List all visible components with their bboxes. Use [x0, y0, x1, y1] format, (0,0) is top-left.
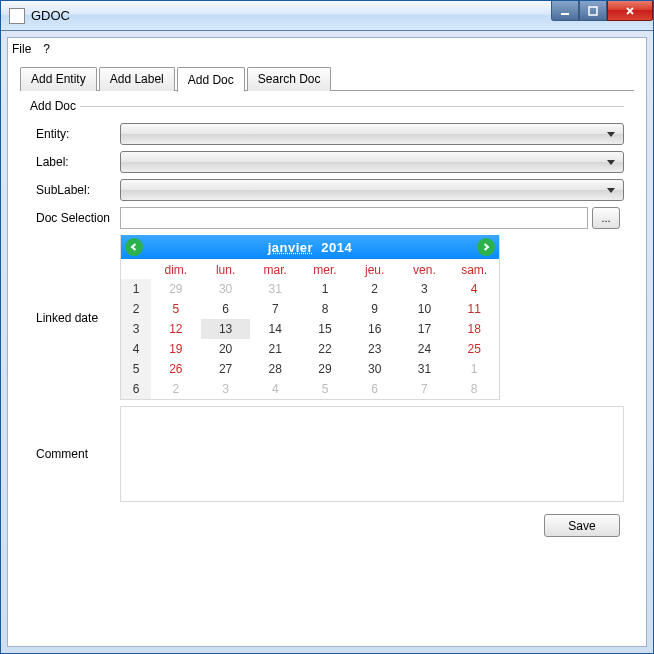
calendar-month: janvier — [268, 240, 313, 255]
calendar-title[interactable]: janvier 2014 — [268, 240, 353, 255]
comment-textarea[interactable] — [120, 406, 624, 502]
day-cell[interactable]: 3 — [400, 279, 450, 299]
dayname-6: sam. — [449, 259, 499, 279]
day-cell[interactable]: 13 — [201, 319, 251, 339]
menubar: File ? — [8, 38, 646, 60]
day-cell[interactable]: 21 — [250, 339, 300, 359]
menu-help[interactable]: ? — [43, 42, 50, 56]
day-cell[interactable]: 2 — [350, 279, 400, 299]
weeknum: 3 — [121, 319, 151, 339]
day-cell[interactable]: 31 — [250, 279, 300, 299]
svg-rect-0 — [561, 13, 569, 15]
label-combo[interactable] — [120, 151, 624, 173]
weeknum: 2 — [121, 299, 151, 319]
minimize-button[interactable] — [551, 1, 579, 21]
day-cell[interactable]: 26 — [151, 359, 201, 379]
calendar-container: janvier 2014 dim.lun.mar.mer.jeu.ven.sam… — [120, 235, 624, 400]
day-cell[interactable]: 31 — [400, 359, 450, 379]
legend-line — [80, 106, 624, 107]
day-cell[interactable]: 10 — [400, 299, 450, 319]
content-area: File ? Add EntityAdd LabelAdd DocSearch … — [7, 37, 647, 647]
day-cell[interactable]: 7 — [250, 299, 300, 319]
weeknum: 4 — [121, 339, 151, 359]
calendar: janvier 2014 dim.lun.mar.mer.jeu.ven.sam… — [120, 235, 500, 400]
label-comment: Comment — [30, 447, 120, 461]
label-entity: Entity: — [30, 127, 120, 141]
day-cell[interactable]: 25 — [449, 339, 499, 359]
calendar-next-button[interactable] — [477, 238, 495, 256]
day-cell[interactable]: 29 — [151, 279, 201, 299]
label-label: Label: — [30, 155, 120, 169]
day-cell[interactable]: 29 — [300, 359, 350, 379]
svg-rect-1 — [589, 7, 597, 15]
day-cell[interactable]: 3 — [201, 379, 251, 399]
day-cell[interactable]: 16 — [350, 319, 400, 339]
tab-add-entity[interactable]: Add Entity — [20, 67, 97, 91]
window-controls — [551, 1, 653, 21]
tab-area: Add EntityAdd LabelAdd DocSearch Doc Add… — [8, 60, 646, 646]
day-cell[interactable]: 4 — [250, 379, 300, 399]
day-cell[interactable]: 30 — [201, 279, 251, 299]
browse-button[interactable]: ... — [592, 207, 620, 229]
day-cell[interactable]: 6 — [350, 379, 400, 399]
day-cell[interactable]: 2 — [151, 379, 201, 399]
sublabel-combo[interactable] — [120, 179, 624, 201]
day-cell[interactable]: 8 — [300, 299, 350, 319]
day-cell[interactable]: 15 — [300, 319, 350, 339]
day-cell[interactable]: 7 — [400, 379, 450, 399]
tab-search-doc[interactable]: Search Doc — [247, 67, 332, 91]
maximize-button[interactable] — [579, 1, 607, 21]
day-cell[interactable]: 28 — [250, 359, 300, 379]
day-cell[interactable]: 8 — [449, 379, 499, 399]
dayname-1: lun. — [201, 259, 251, 279]
fieldset-legend: Add Doc — [30, 99, 624, 113]
weeknum: 6 — [121, 379, 151, 399]
day-cell[interactable]: 5 — [300, 379, 350, 399]
day-cell[interactable]: 20 — [201, 339, 251, 359]
day-cell[interactable]: 22 — [300, 339, 350, 359]
dayname-0: dim. — [151, 259, 201, 279]
doc-selection-input[interactable] — [120, 207, 588, 229]
day-cell[interactable]: 19 — [151, 339, 201, 359]
day-cell[interactable]: 11 — [449, 299, 499, 319]
app-icon — [9, 8, 25, 24]
day-cell[interactable]: 12 — [151, 319, 201, 339]
day-cell[interactable]: 5 — [151, 299, 201, 319]
titlebar[interactable]: GDOC — [1, 1, 653, 31]
label-linked: Linked date — [30, 311, 120, 325]
day-cell[interactable]: 18 — [449, 319, 499, 339]
dayname-4: jeu. — [350, 259, 400, 279]
day-cell[interactable]: 9 — [350, 299, 400, 319]
menu-file[interactable]: File — [12, 42, 31, 56]
day-cell[interactable]: 23 — [350, 339, 400, 359]
label-sublabel: SubLabel: — [30, 183, 120, 197]
tab-add-label[interactable]: Add Label — [99, 67, 175, 91]
window-title: GDOC — [31, 8, 70, 23]
entity-combo[interactable] — [120, 123, 624, 145]
day-cell[interactable]: 17 — [400, 319, 450, 339]
form-grid: Entity: Label: SubLabel: Doc Selection .… — [30, 123, 624, 502]
calendar-grid: dim.lun.mar.mer.jeu.ven.sam.129303112342… — [121, 259, 499, 399]
legend-text: Add Doc — [30, 99, 76, 113]
day-cell[interactable]: 4 — [449, 279, 499, 299]
day-cell[interactable]: 1 — [449, 359, 499, 379]
weeknum: 1 — [121, 279, 151, 299]
day-cell[interactable]: 14 — [250, 319, 300, 339]
day-cell[interactable]: 27 — [201, 359, 251, 379]
cal-corner — [121, 259, 151, 279]
save-row: Save — [30, 514, 624, 537]
tab-add-doc[interactable]: Add Doc — [177, 67, 245, 92]
dayname-3: mer. — [300, 259, 350, 279]
dayname-5: ven. — [400, 259, 450, 279]
label-docsel: Doc Selection — [30, 211, 120, 225]
tab-panel-add-doc: Add Doc Entity: Label: SubLabel: Doc Sel… — [20, 90, 634, 632]
dayname-2: mar. — [250, 259, 300, 279]
day-cell[interactable]: 6 — [201, 299, 251, 319]
day-cell[interactable]: 1 — [300, 279, 350, 299]
day-cell[interactable]: 30 — [350, 359, 400, 379]
weeknum: 5 — [121, 359, 151, 379]
save-button[interactable]: Save — [544, 514, 620, 537]
close-button[interactable] — [607, 1, 653, 21]
calendar-prev-button[interactable] — [125, 238, 143, 256]
day-cell[interactable]: 24 — [400, 339, 450, 359]
